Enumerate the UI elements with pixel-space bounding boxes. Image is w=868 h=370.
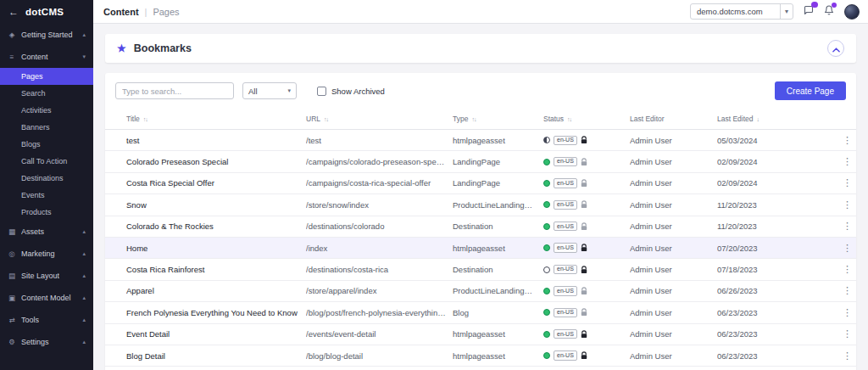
tools-icon: ⇄ <box>8 316 16 324</box>
cell-last-edited: 06/23/2023 <box>717 324 843 345</box>
sidebar-item-search[interactable]: Search <box>0 85 93 102</box>
cell-url: /index <box>306 238 453 258</box>
chevron-icon: ▴ <box>82 272 86 279</box>
cell-type: htmlpageasset <box>453 345 543 366</box>
cell-title: Home <box>126 238 306 258</box>
cell-last-editor: Admin User <box>630 367 717 370</box>
user-avatar[interactable] <box>844 4 860 20</box>
table-row[interactable]: Colorado Preseason Special /campaigns/co… <box>105 151 856 172</box>
column-header-title[interactable]: Title ↑↓ <box>126 109 306 129</box>
row-actions-kebab-icon[interactable]: ⋮ <box>843 345 862 366</box>
column-header-last-edited[interactable]: Last Edited ↓ <box>717 109 843 129</box>
type-filter-dropdown[interactable]: All ▾ <box>242 82 297 99</box>
sort-icon[interactable]: ↑↓ <box>143 116 147 122</box>
table-row[interactable]: Apparel /store/apparel/index ProductLine… <box>105 281 856 302</box>
sort-icon[interactable]: ↑↓ <box>471 116 476 122</box>
sidebar-section-marketing[interactable]: ◎ Marketing ▴ <box>0 243 93 265</box>
table-row[interactable]: Event Detail /events/event-detail htmlpa… <box>105 324 856 345</box>
cell-url: /store/snow/index <box>306 194 453 215</box>
cell-type: Blog <box>453 302 543 322</box>
cell-url: /events/event-detail <box>306 324 453 345</box>
chevron-icon: ▴ <box>82 294 86 301</box>
table-row[interactable]: Snow /store/snow/index ProductLineLandin… <box>105 194 856 216</box>
bookmarks-label: Bookmarks <box>134 42 192 54</box>
cell-last-editor: Admin User <box>630 345 717 366</box>
cell-type: ProductLineLandingPage <box>453 281 543 301</box>
table-row[interactable]: Costa Rica Special Offer /campaigns/cost… <box>105 173 856 194</box>
sidebar-item-events[interactable]: Events <box>0 187 93 204</box>
site-selector[interactable]: demo.dotcms.com ▾ <box>690 3 793 20</box>
messages-button[interactable] <box>804 5 814 18</box>
column-header-type[interactable]: Type ↑↓ <box>453 109 543 129</box>
column-header-last-editor[interactable]: Last Editor <box>630 109 717 129</box>
sidebar-section-content[interactable]: ≡ Content ▾ <box>0 46 93 68</box>
cell-url: /blog/blog-detail <box>306 345 453 366</box>
back-button[interactable]: ← <box>8 7 19 17</box>
row-actions-kebab-icon[interactable]: ⋮ <box>843 367 862 370</box>
sidebar-section-content-model[interactable]: ▣ Content Model ▴ <box>0 287 93 309</box>
sidebar-item-destinations[interactable]: Destinations <box>0 170 93 187</box>
main-content: ★ Bookmarks All ▾ Show Archived Create P… <box>93 24 868 370</box>
sidebar-section-site-layout[interactable]: ▤ Site Layout ▴ <box>0 265 93 287</box>
bookmarks-collapse-button[interactable] <box>827 40 844 57</box>
language-badge: en-US <box>554 286 577 295</box>
status-dot-icon <box>543 137 550 143</box>
sidebar-item-activities[interactable]: Activities <box>0 102 93 119</box>
sidebar-section-assets[interactable]: ▦ Assets ▴ <box>0 221 93 243</box>
cell-title: French Polynesia Everything You Need to … <box>126 302 306 322</box>
row-actions-kebab-icon[interactable]: ⋮ <box>843 281 862 301</box>
sidebar: ◈ Getting Started ▴ ≡ Content ▾ Pages Se… <box>0 24 93 370</box>
cell-last-edited: 02/09/2024 <box>717 173 843 193</box>
language-badge: en-US <box>554 329 577 339</box>
notifications-button[interactable] <box>824 5 834 18</box>
cell-last-editor: Admin User <box>630 238 717 258</box>
language-badge: en-US <box>554 200 577 210</box>
breadcrumb-separator: | <box>145 7 147 17</box>
row-actions-kebab-icon[interactable]: ⋮ <box>843 216 862 237</box>
row-actions-kebab-icon[interactable]: ⋮ <box>843 260 862 280</box>
table-row[interactable]: test /test htmlpageasset en-US Admin Use… <box>105 130 856 151</box>
lock-icon <box>581 244 587 252</box>
table-row[interactable]: French Polynesia Everything You Need to … <box>105 302 856 323</box>
cell-last-edited: 06/26/2023 <box>717 281 843 301</box>
cell-last-editor: Admin User <box>630 130 717 150</box>
row-actions-kebab-icon[interactable]: ⋮ <box>843 238 862 258</box>
content-icon: ≡ <box>8 53 16 61</box>
sort-icon[interactable]: ↓ <box>757 116 760 122</box>
row-actions-kebab-icon[interactable]: ⋮ <box>843 173 862 193</box>
sort-icon[interactable]: ↑↓ <box>567 116 571 122</box>
cell-title: Blog Detail <box>126 345 306 366</box>
table-row[interactable]: Home /index htmlpageasset en-US Admin Us… <box>105 238 856 259</box>
table-row[interactable]: 5 Snow Sports to Try This Winter /blog/p… <box>105 367 856 370</box>
row-actions-kebab-icon[interactable]: ⋮ <box>843 130 862 150</box>
row-actions-kebab-icon[interactable]: ⋮ <box>843 194 862 215</box>
status-dot-icon <box>543 201 550 208</box>
language-badge: en-US <box>554 350 577 360</box>
row-actions-kebab-icon[interactable]: ⋮ <box>843 302 862 322</box>
cell-last-editor: Admin User <box>630 324 717 345</box>
row-actions-kebab-icon[interactable]: ⋮ <box>843 152 862 172</box>
row-actions-kebab-icon[interactable]: ⋮ <box>843 324 862 345</box>
sidebar-item-pages[interactable]: Pages <box>0 68 93 85</box>
table-row[interactable]: Costa Rica Rainforest /destinations/cost… <box>105 259 856 280</box>
show-archived-checkbox[interactable] <box>317 87 326 96</box>
sidebar-section-tools[interactable]: ⇄ Tools ▴ <box>0 309 93 331</box>
cell-type: LandingPage <box>453 173 543 193</box>
table-row[interactable]: Colorado & The Rockies /destinations/col… <box>105 216 856 238</box>
create-page-button[interactable]: Create Page <box>775 81 846 100</box>
sidebar-item-banners[interactable]: Banners <box>0 119 93 136</box>
column-header-url[interactable]: URL ↑↓ <box>306 109 453 129</box>
sort-icon[interactable]: ↑↓ <box>324 116 328 122</box>
cell-last-editor: Admin User <box>630 281 717 301</box>
sidebar-section-getting-started[interactable]: ◈ Getting Started ▴ <box>0 24 93 46</box>
sidebar-section-settings[interactable]: ⚙ Settings ▴ <box>0 331 93 353</box>
sidebar-item-call-to-action[interactable]: Call To Action <box>0 153 93 170</box>
content-model-icon: ▣ <box>8 294 16 302</box>
status-dot-icon <box>543 288 550 294</box>
sidebar-item-products[interactable]: Products <box>0 204 93 221</box>
messages-badge <box>811 2 818 8</box>
search-input[interactable] <box>115 82 234 99</box>
column-header-status[interactable]: Status ↑↓ <box>543 109 630 129</box>
sidebar-item-blogs[interactable]: Blogs <box>0 136 93 153</box>
table-row[interactable]: Blog Detail /blog/blog-detail htmlpageas… <box>105 345 856 367</box>
